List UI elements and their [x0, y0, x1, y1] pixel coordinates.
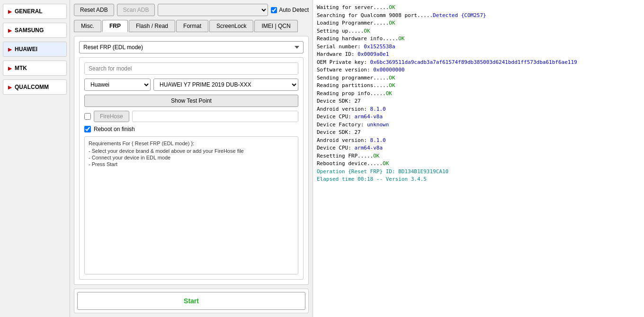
- tab-misc[interactable]: Misc.: [74, 20, 101, 32]
- reset-adb-button[interactable]: Reset ADB: [74, 4, 114, 16]
- log-entry: 27: [354, 98, 360, 104]
- log-entry: Android version:: [317, 137, 370, 143]
- arrow-icon: ▶: [8, 47, 12, 52]
- tab-frp[interactable]: FRP: [102, 20, 128, 32]
- firehose-row: FireHose: [84, 111, 298, 122]
- log-entry: Operation {Reset FRP} ID: BD134B1E9319CA…: [317, 168, 448, 175]
- frp-mode-select[interactable]: Reset FRP (EDL mode): [79, 41, 304, 53]
- log-entry: unknown: [367, 122, 389, 128]
- search-input[interactable]: [84, 62, 298, 75]
- log-entry: Elapsed time 00:18 -- Version 3.4.5: [317, 176, 427, 182]
- log-entry: OK: [386, 90, 392, 97]
- log-entry: Reading prop info.....: [317, 90, 386, 97]
- log-entry: OK: [389, 20, 395, 26]
- log-entry: OK: [389, 82, 395, 88]
- start-button[interactable]: Start: [77, 292, 305, 310]
- sidebar-item-label: MTK: [15, 65, 27, 71]
- log-entry: Serial number:: [317, 44, 364, 50]
- sidebar-item-huawei[interactable]: ▶ HUAWEI: [3, 42, 67, 57]
- tab-format[interactable]: Format: [176, 20, 208, 32]
- log-entry: 8.1.0: [370, 106, 386, 112]
- log-entry: Detected {COM257}: [433, 12, 486, 18]
- tab-imei-qcn[interactable]: IMEI | QCN: [254, 20, 297, 32]
- auto-detect-label: Auto Detect: [271, 7, 309, 13]
- log-entry: 8.1.0: [370, 137, 386, 143]
- reboot-row: Reboot on finish: [84, 126, 298, 132]
- toolbar: Reset ADB Scan ADB Auto Detect: [74, 4, 309, 16]
- log-entry: Device Factory:: [317, 122, 367, 128]
- log-entry: Reading partitions.....: [317, 82, 389, 88]
- tab-screenlock[interactable]: ScreenLock: [209, 20, 253, 32]
- port-select[interactable]: [158, 4, 268, 16]
- sidebar-item-qualcomm[interactable]: ▶ QUALCOMM: [3, 79, 67, 95]
- log-entry: Resetting FRP.....: [317, 153, 373, 159]
- brand-select[interactable]: Huawei: [84, 79, 151, 91]
- req-item-1: - Select your device brand & model above…: [89, 148, 294, 154]
- log-entry: 0x00000000: [373, 67, 404, 73]
- req-item-2: - Connect your device in EDL mode: [89, 155, 294, 160]
- sidebar-item-label: SAMSUNG: [15, 27, 44, 34]
- req-item-3: - Press Start: [89, 161, 294, 167]
- main-panel: Reset ADB Scan ADB Auto Detect Misc. FRP…: [70, 0, 313, 317]
- log-panel: Waiting for server.....OKSearching for Q…: [313, 0, 644, 317]
- log-entry: Device CPU:: [317, 145, 354, 151]
- log-entry: 0x1525538a: [364, 44, 395, 50]
- req-title: Requirements For { Reset FRP (EDL mode) …: [89, 141, 294, 146]
- inner-box: Huawei HUAWEI Y7 PRIME 2019 DUB-XXX Show…: [79, 57, 304, 280]
- show-test-point-button[interactable]: Show Test Point: [84, 95, 298, 107]
- log-entry: Device CPU:: [317, 114, 354, 120]
- content-area: Reset FRP (EDL mode) Huawei HUAWEI Y7 PR…: [74, 36, 309, 285]
- model-select[interactable]: HUAWEI Y7 PRIME 2019 DUB-XXX: [153, 79, 298, 91]
- start-area: Start: [74, 289, 309, 313]
- sidebar-item-label: GENERAL: [15, 8, 43, 15]
- sidebar-item-mtk[interactable]: ▶ MTK: [3, 61, 67, 76]
- log-entry: 0x6bc369511da9cadb3a7af61574f89db385003d…: [370, 59, 577, 65]
- log-entry: 27: [354, 129, 360, 135]
- scan-adb-button[interactable]: Scan ADB: [117, 4, 155, 16]
- sidebar-item-label: QUALCOMM: [15, 84, 49, 90]
- arrow-icon: ▶: [8, 66, 12, 71]
- log-entry: Device SDK:: [317, 129, 354, 135]
- brand-model-row: Huawei HUAWEI Y7 PRIME 2019 DUB-XXX: [84, 79, 298, 91]
- log-entry: OEM Private key:: [317, 59, 370, 65]
- reboot-checkbox[interactable]: [84, 126, 91, 132]
- arrow-icon: ▶: [8, 9, 12, 14]
- log-entry: OK: [364, 28, 370, 34]
- tabs-bar: Misc. FRP Flash / Read Format ScreenLock…: [74, 20, 309, 32]
- requirements-box: Requirements For { Reset FRP (EDL mode) …: [84, 136, 298, 274]
- log-entry: Waiting for server.....: [317, 4, 389, 10]
- log-entry: arm64-v8a: [354, 145, 383, 151]
- log-entry: Setting up.....: [317, 28, 364, 34]
- log-entry: OK: [373, 153, 379, 159]
- sidebar-item-general[interactable]: ▶ GENERAL: [3, 4, 67, 19]
- log-entry: 0x0009a0e1: [358, 51, 389, 57]
- log-entry: Hardware ID:: [317, 51, 358, 57]
- arrow-icon: ▶: [8, 85, 12, 90]
- log-entry: OK: [389, 4, 395, 10]
- log-entry: Device SDK:: [317, 98, 354, 104]
- log-entry: Sending programmer.....: [317, 75, 389, 81]
- firehose-checkbox[interactable]: [84, 113, 91, 120]
- reboot-label: Reboot on finish: [94, 126, 135, 132]
- firehose-path-input[interactable]: [132, 111, 298, 122]
- auto-detect-checkbox[interactable]: [271, 7, 277, 13]
- log-entry: Rebooting device.....: [317, 160, 383, 167]
- firehose-button[interactable]: FireHose: [94, 111, 129, 122]
- log-entry: OK: [383, 160, 389, 167]
- log-entry: OK: [389, 75, 395, 81]
- arrow-icon: ▶: [8, 28, 12, 33]
- log-entry: arm64-v8a: [354, 114, 383, 120]
- log-entry: Android version:: [317, 106, 370, 112]
- log-entry: OK: [398, 35, 404, 42]
- log-entry: Software version:: [317, 67, 373, 73]
- sidebar-item-label: HUAWEI: [15, 46, 37, 53]
- log-entry: Loading Programmer.....: [317, 20, 389, 26]
- sidebar: ▶ GENERAL ▶ SAMSUNG ▶ HUAWEI ▶ MTK ▶ QUA…: [0, 0, 70, 317]
- mode-select-row: Reset FRP (EDL mode): [79, 41, 304, 53]
- log-entry: Searching for Qualcomm 9008 port.....: [317, 12, 433, 18]
- log-entry: Reading hardware info.....: [317, 35, 398, 42]
- tab-flash-read[interactable]: Flash / Read: [129, 20, 175, 32]
- sidebar-item-samsung[interactable]: ▶ SAMSUNG: [3, 23, 67, 38]
